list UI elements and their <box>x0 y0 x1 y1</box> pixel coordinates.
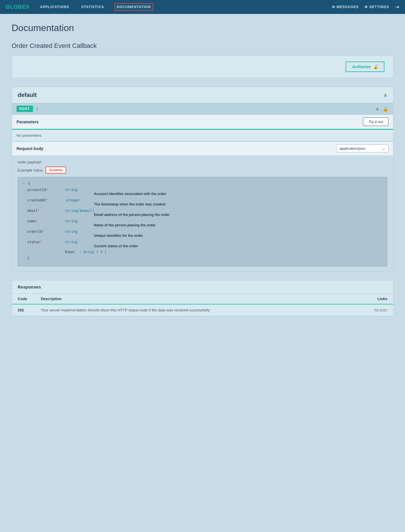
default-title: default <box>18 92 37 98</box>
try-it-out-button[interactable]: Try it out <box>363 118 388 126</box>
response-row-202: 202 Your server implementation should re… <box>12 304 393 316</box>
schema-field-createdat: createdAt* integer The timestamp when th… <box>23 198 382 206</box>
page-content: Documentation Order Created Event Callba… <box>0 14 405 334</box>
response-code-202: 202 <box>12 304 35 316</box>
post-row-right: ∧ 🔒 <box>376 106 388 112</box>
nav-link-statistics[interactable]: STATISTICS <box>79 4 106 10</box>
messages-icon: ✉ <box>332 5 335 9</box>
logout-button[interactable]: ⇥ <box>395 4 399 10</box>
schema-field-accountid: accountId* string Account identifier ass… <box>23 188 382 196</box>
page-title: Documentation <box>12 23 393 33</box>
content-type-value: application/json <box>339 146 366 151</box>
request-body-header: Request body application/json ⌄ <box>12 142 393 155</box>
post-chevron-icon: ∧ <box>376 106 379 112</box>
post-row[interactable]: POST / ∧ 🔒 <box>12 103 393 115</box>
parameters-header: Parameters Try it out <box>12 115 393 130</box>
enum-array-link[interactable]: › Array [ 5 ] <box>79 250 107 254</box>
nav-link-applications[interactable]: APPLICATIONS <box>38 4 71 10</box>
authorize-lock-icon: 🔓 <box>373 64 378 69</box>
navbar: GLOBEX APPLICATIONS STATISTICS DOCUMENTA… <box>0 0 405 14</box>
order-payload-label: order payload <box>18 160 387 164</box>
responses-header: Responses <box>12 280 393 294</box>
content-type-select[interactable]: application/json ⌄ <box>336 145 388 152</box>
content-type-chevron-icon: ⌄ <box>382 146 385 151</box>
no-parameters-text: No parameters <box>12 130 393 141</box>
authorize-label: Authorize <box>352 64 371 69</box>
schema-field-status: status* string Current status of the ord… <box>23 240 382 254</box>
post-path: / <box>37 107 38 111</box>
col-links-header: Links <box>350 294 393 304</box>
nav-settings-link[interactable]: ⚙ SETTINGS <box>364 5 389 9</box>
request-body-label: Request body <box>17 146 43 151</box>
enum-section: Enum: › Array [ 5 ] <box>65 250 382 254</box>
authorize-card: Authorize 🔓 <box>12 55 393 78</box>
settings-label: SETTINGS <box>369 5 389 9</box>
section-title: Order Created Event Callback <box>12 42 393 50</box>
default-section: default ∧ POST / ∧ 🔒 Parameters Try it o… <box>12 87 393 271</box>
nav-left: GLOBEX APPLICATIONS STATISTICS DOCUMENTA… <box>6 3 153 11</box>
schema-section: order payload Example Value Schema ▾ { a… <box>12 155 393 271</box>
schema-box: ▾ { accountId* string Account identifier… <box>18 177 387 266</box>
parameters-label: Parameters <box>17 120 39 124</box>
schema-button[interactable]: Schema <box>46 167 66 174</box>
nav-logo[interactable]: GLOBEX <box>6 4 30 10</box>
default-section-header[interactable]: default ∧ <box>12 87 393 103</box>
col-code-header: Code <box>12 294 35 304</box>
schema-close-brace: } <box>23 256 382 260</box>
schema-open-brace: ▾ { <box>23 181 382 185</box>
post-lock-icon: 🔒 <box>383 106 388 112</box>
default-chevron-icon: ∧ <box>384 92 387 98</box>
parameters-section: Parameters Try it out No parameters <box>12 115 393 141</box>
settings-icon: ⚙ <box>364 5 368 9</box>
responses-table: Code Description Links 202 Your server i… <box>12 294 393 316</box>
post-row-left: POST / <box>17 106 38 112</box>
response-links-202: No links <box>350 304 393 316</box>
post-badge: POST <box>17 106 33 112</box>
example-schema-row: Example Value Schema <box>18 167 387 174</box>
collapse-arrow-icon[interactable]: ▾ <box>23 181 25 185</box>
schema-field-email: email* string($email) Email address of t… <box>23 209 382 217</box>
col-description-header: Description <box>35 294 350 304</box>
schema-field-name: name* string Name of the person placing … <box>23 219 382 227</box>
nav-right: ✉ MESSAGES ⚙ SETTINGS ⇥ <box>332 4 399 10</box>
schema-field-orderid: orderId* string Unique identifier for th… <box>23 230 382 238</box>
nav-link-documentation[interactable]: DOCUMENTATION <box>115 3 153 11</box>
nav-messages-link[interactable]: ✉ MESSAGES <box>332 5 359 9</box>
authorize-button[interactable]: Authorize 🔓 <box>346 62 384 72</box>
example-value-text[interactable]: Example Value <box>18 168 43 172</box>
responses-section: Responses Code Description Links 202 You… <box>12 280 393 316</box>
messages-label: MESSAGES <box>337 5 359 9</box>
request-body-section: Request body application/json ⌄ order pa… <box>12 141 393 271</box>
response-description-202: Your server implementation should return… <box>35 304 350 316</box>
